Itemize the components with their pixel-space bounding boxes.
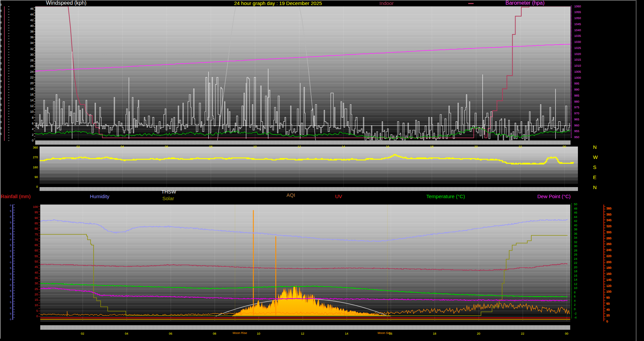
barometer-title: Barometer (hpa) bbox=[505, 0, 545, 6]
rain-axis-ticks bbox=[13, 205, 15, 320]
percent-axis-label: 95 bbox=[18, 211, 38, 214]
temp-axis-label: 12 bbox=[574, 282, 577, 286]
bottom-hour-label: 20 bbox=[477, 332, 480, 335]
window-border-right bbox=[636, 0, 636, 341]
percent-axis-label: 15 bbox=[18, 298, 38, 301]
solar-axis-label: 380 bbox=[606, 207, 611, 210]
indoor-axis-partial-label: 0 bbox=[0, 3, 2, 6]
rain-axis-label: 5 bbox=[0, 312, 11, 315]
percent-axis-label: 10 bbox=[18, 303, 38, 307]
solar-axis-label: 0 bbox=[606, 320, 608, 323]
temp-axis-label: 48 bbox=[574, 207, 577, 210]
barometer-axis-label: 1015 bbox=[574, 58, 581, 61]
indoor-axis-partial-label: 2 bbox=[0, 56, 2, 59]
top-hour-label: 14 bbox=[342, 145, 345, 148]
barometer-axis-label: 975 bbox=[574, 106, 579, 109]
percent-axis-ticks bbox=[39, 206, 40, 317]
percent-axis-label: 30 bbox=[18, 282, 38, 285]
bottom-hour-label: 06 bbox=[169, 332, 172, 335]
indoor-axis-partial-label: 6 bbox=[0, 44, 2, 48]
top-hour-label: 06 bbox=[165, 145, 168, 148]
solar-axis-label: 40 bbox=[606, 308, 609, 311]
barometer-axis-label: 1055 bbox=[574, 10, 581, 14]
windspeed-axis-label: 0 bbox=[13, 139, 34, 142]
temp-axis-label: 4 bbox=[574, 299, 576, 302]
barometer-axis-label: 1025 bbox=[574, 46, 581, 50]
barometer-axis-label: 970 bbox=[574, 112, 579, 115]
rain-axis-label: 5 bbox=[0, 210, 11, 213]
legend-dewpoint: Dew Point (°C) bbox=[537, 193, 571, 199]
windspeed-axis-label: 14 bbox=[13, 99, 34, 102]
compass-letter-n0: N bbox=[593, 144, 597, 150]
top-hour-label: 02 bbox=[76, 145, 80, 148]
indoor-axis-partial-label: 0 bbox=[0, 62, 2, 65]
bottom-axis-strip bbox=[40, 325, 570, 330]
barometer-axis-label: 1020 bbox=[574, 52, 581, 56]
rain-axis-label: 0 bbox=[0, 249, 11, 252]
windspeed-axis-label: 40 bbox=[13, 24, 34, 27]
temp-axis-label: 8 bbox=[574, 291, 576, 294]
temp-axis-label: 22 bbox=[574, 261, 577, 265]
temp-axis-label: 38 bbox=[574, 228, 577, 231]
indoor-axis-partial-label: 8 bbox=[0, 126, 2, 130]
direction-axis-strip bbox=[40, 187, 578, 191]
barometer-axis-label: 1030 bbox=[574, 40, 581, 44]
wind-direction-plot[interactable] bbox=[40, 147, 578, 187]
indoor-axis-partial-label: 8 bbox=[0, 97, 2, 100]
direction-axis-label: 0 bbox=[18, 185, 38, 188]
solar-axis-label: 360 bbox=[606, 213, 611, 216]
percent-axis-label: 25 bbox=[18, 287, 38, 291]
windspeed-axis-label: 2 bbox=[13, 133, 34, 136]
windspeed-axis-label: 8 bbox=[13, 116, 34, 119]
temp-axis-label: 34 bbox=[574, 236, 577, 239]
top-hour-label: 08 bbox=[209, 145, 212, 148]
solar-axis-label: 100 bbox=[606, 290, 611, 293]
barometer-axis-label: 1060 bbox=[574, 5, 581, 8]
indoor-axis-line bbox=[4, 6, 5, 141]
barometer-axis-label: 1010 bbox=[574, 64, 581, 67]
percent-axis-label: 65 bbox=[18, 243, 38, 247]
solar-axis-label: 340 bbox=[606, 218, 611, 222]
temp-axis-label: 0 bbox=[574, 307, 576, 311]
barometer-axis-label: 1035 bbox=[574, 34, 581, 38]
temp-axis-label: 50 bbox=[574, 203, 577, 206]
rain-axis-label: 0 bbox=[0, 318, 11, 321]
indoor-axis-partial-label: 6 bbox=[0, 103, 2, 106]
bottom-hour-label: 14 bbox=[345, 332, 348, 335]
top-axis-strip bbox=[35, 141, 571, 145]
temp-axis-label: 28 bbox=[574, 249, 577, 252]
bottom-hour-label: 02 bbox=[81, 332, 84, 335]
indoor-legend-label: Indoor bbox=[379, 0, 394, 6]
windspeed-barometer-plot[interactable] bbox=[35, 6, 571, 141]
top-hour-label: 22 bbox=[519, 145, 522, 148]
indoor-axis-partial-label: 6 bbox=[0, 73, 2, 77]
indoor-axis-partial-label: 4 bbox=[0, 79, 2, 83]
windspeed-axis-label: 22 bbox=[13, 76, 34, 79]
temp-axis-label: 40 bbox=[574, 224, 577, 227]
rain-axis-label: 5 bbox=[0, 244, 11, 247]
windspeed-axis-label: 24 bbox=[13, 70, 34, 73]
windspeed-axis-label: 38 bbox=[13, 30, 34, 33]
solar-axis-label: 320 bbox=[606, 224, 611, 228]
indoor-axis-partial-label: 2 bbox=[0, 115, 2, 118]
indoor-axis-partial-label: 2 bbox=[0, 85, 2, 89]
temp-axis-label: -2 bbox=[574, 312, 577, 315]
temp-axis-label: 32 bbox=[574, 240, 577, 244]
weather-graph-window: Windspeed (kph) 24 hour graph day : 19 D… bbox=[0, 0, 644, 341]
climate-plot[interactable] bbox=[40, 205, 570, 321]
legend-humidity: Humidity bbox=[90, 193, 109, 199]
temp-axis-label: 44 bbox=[574, 215, 577, 219]
indoor-axis-partial-label: 4 bbox=[0, 21, 2, 24]
barometer-axis-label: 955 bbox=[574, 129, 579, 133]
indoor-axis-partial-label: 6 bbox=[0, 132, 2, 135]
barometer-axis-label: 1005 bbox=[574, 70, 581, 73]
windspeed-axis-label: 16 bbox=[13, 93, 34, 96]
percent-axis-label: 55 bbox=[18, 254, 38, 258]
percent-axis-label: 35 bbox=[18, 276, 38, 280]
barometer-axis-line bbox=[571, 6, 572, 138]
temp-axis-label: 14 bbox=[574, 278, 577, 281]
windspeed-axis-label: 34 bbox=[13, 41, 34, 45]
bottom-hour-label: 16 bbox=[389, 332, 392, 335]
temp-axis-label: 10 bbox=[574, 286, 577, 290]
temp-axis-label: -4 bbox=[574, 316, 577, 319]
